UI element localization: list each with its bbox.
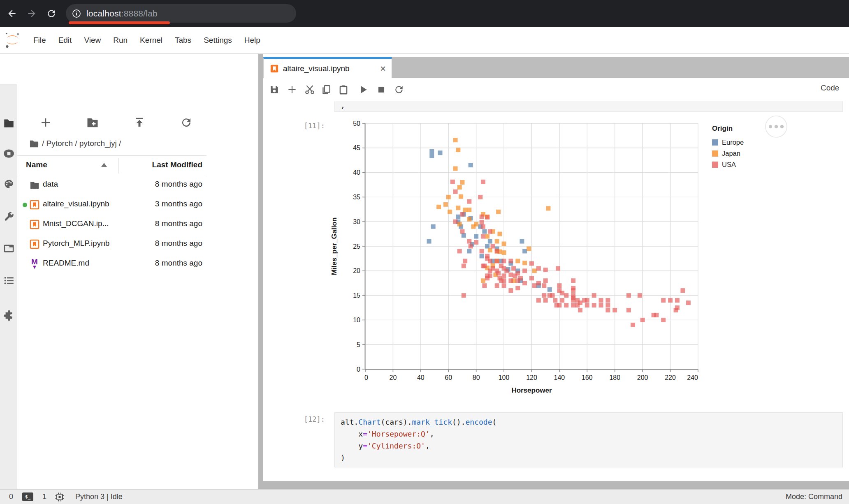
svg-text:60: 60 bbox=[445, 374, 452, 381]
svg-text:160: 160 bbox=[582, 374, 593, 381]
file-modified: 8 months ago bbox=[155, 239, 202, 248]
svg-text:45: 45 bbox=[353, 144, 360, 151]
kernel-chip-icon[interactable] bbox=[55, 492, 65, 502]
cell-prompt-12: [12]: bbox=[263, 415, 325, 423]
new-folder-icon[interactable] bbox=[86, 116, 99, 129]
restart-kernel-icon[interactable] bbox=[394, 84, 404, 95]
altair-chart-output: 0204060801001201401601802002202400510152… bbox=[327, 112, 809, 400]
file-browser-icon[interactable] bbox=[3, 118, 14, 129]
kernel-status[interactable]: Python 3 | Idle bbox=[75, 492, 123, 501]
save-icon[interactable] bbox=[269, 84, 280, 95]
svg-text:10: 10 bbox=[353, 317, 360, 324]
running-kernels-icon[interactable] bbox=[3, 148, 14, 159]
svg-text:180: 180 bbox=[609, 374, 620, 381]
reload-icon[interactable] bbox=[43, 5, 60, 22]
svg-text:100: 100 bbox=[499, 374, 510, 381]
cell-type-dropdown[interactable]: Code bbox=[821, 83, 839, 92]
svg-text:0: 0 bbox=[364, 374, 368, 381]
kernels-count[interactable]: 1 bbox=[42, 492, 46, 501]
file-modified: 8 months ago bbox=[155, 259, 202, 268]
svg-text:Miles_per_Gallon: Miles_per_Gallon bbox=[330, 217, 338, 275]
file-row[interactable]: M▼README.md8 months ago bbox=[17, 254, 206, 274]
cut-icon[interactable] bbox=[304, 84, 315, 95]
svg-text:40: 40 bbox=[417, 374, 424, 381]
svg-text:20: 20 bbox=[353, 267, 360, 274]
menu-view[interactable]: View bbox=[78, 36, 107, 45]
svg-text:120: 120 bbox=[526, 374, 537, 381]
menu-items: FileEditViewRunKernelTabsSettingsHelp bbox=[27, 36, 267, 45]
svg-text:30: 30 bbox=[353, 218, 360, 225]
menu-file[interactable]: File bbox=[27, 36, 52, 45]
stop-icon[interactable] bbox=[376, 84, 387, 95]
copy-icon[interactable] bbox=[321, 84, 332, 95]
svg-text:50: 50 bbox=[353, 120, 360, 127]
left-sidebar bbox=[0, 54, 17, 489]
svg-text:Europe: Europe bbox=[722, 139, 744, 146]
property-inspector-icon[interactable] bbox=[3, 211, 14, 222]
run-icon[interactable] bbox=[358, 84, 369, 95]
column-name[interactable]: Name bbox=[26, 160, 47, 169]
dock-bottom-edge bbox=[258, 481, 849, 489]
notebook-icon bbox=[270, 64, 279, 73]
file-row[interactable]: altaire_visual.ipynb3 months ago bbox=[17, 195, 206, 215]
info-icon[interactable] bbox=[72, 9, 81, 18]
code-cell-12[interactable]: alt.Chart(cars).mark_tick().encode( x='H… bbox=[334, 412, 843, 467]
tab-title: altaire_visual.ipynb bbox=[283, 64, 350, 73]
add-cell-icon[interactable] bbox=[287, 84, 297, 95]
menu-help[interactable]: Help bbox=[238, 36, 267, 45]
paste-icon[interactable] bbox=[338, 84, 349, 95]
file-name: README.md bbox=[43, 259, 89, 268]
dock-tab-bar: altaire_visual.ipynb × bbox=[263, 54, 849, 78]
code-line: y='Cylinders:O', bbox=[341, 440, 842, 452]
svg-text:200: 200 bbox=[637, 374, 648, 381]
column-last-modified[interactable]: Last Modified bbox=[152, 160, 202, 169]
table-of-contents-icon[interactable] bbox=[3, 275, 14, 286]
file-name: data bbox=[43, 180, 58, 189]
notebook-content: , [11]: 02040608010012014016018020022024… bbox=[263, 101, 849, 481]
file-modified: 3 months ago bbox=[155, 199, 202, 208]
upload-icon[interactable] bbox=[133, 116, 146, 129]
extension-manager-icon[interactable] bbox=[3, 310, 14, 321]
folder-icon bbox=[30, 180, 39, 190]
cell-prompt-11: [11]: bbox=[263, 122, 325, 130]
breadcrumb[interactable]: / Pytorch / pytorch_jyj / bbox=[30, 138, 121, 149]
code-line: x='Horsepower:Q', bbox=[341, 428, 842, 440]
file-row[interactable]: Pytorch_MLP.ipynb8 months ago bbox=[17, 234, 206, 254]
svg-text:5: 5 bbox=[357, 341, 360, 348]
open-tabs-icon[interactable] bbox=[3, 243, 14, 254]
file-row[interactable]: data8 months ago bbox=[17, 175, 206, 195]
notebook-icon bbox=[30, 220, 39, 229]
svg-text:240: 240 bbox=[687, 374, 698, 381]
notebook-icon bbox=[30, 239, 39, 249]
browser-chrome: localhost:8888/lab bbox=[0, 0, 849, 27]
file-list-header[interactable]: Name Last Modified bbox=[17, 155, 206, 175]
tab-altaire-visual[interactable]: altaire_visual.ipynb × bbox=[263, 57, 392, 78]
terminals-count[interactable]: 0 bbox=[9, 492, 13, 501]
menu-kernel[interactable]: Kernel bbox=[134, 36, 169, 45]
panel-divider[interactable] bbox=[258, 54, 263, 489]
sort-ascending-icon bbox=[101, 163, 107, 167]
terminal-icon[interactable]: $_ bbox=[22, 492, 33, 501]
menu-tabs[interactable]: Tabs bbox=[169, 36, 197, 45]
new-launcher-icon[interactable] bbox=[39, 116, 52, 129]
file-row[interactable]: Mnist_DCGAN.ip...8 months ago bbox=[17, 215, 206, 234]
notebook-icon bbox=[30, 200, 39, 210]
file-browser-panel: / Pytorch / pytorch_jyj / Name Last Modi… bbox=[17, 54, 258, 489]
svg-text:40: 40 bbox=[353, 169, 360, 176]
jupyterlab-window: localhost:8888/lab FileEditViewRunKernel… bbox=[0, 0, 849, 504]
code-cell-partial[interactable]: , bbox=[334, 101, 843, 112]
commands-palette-icon[interactable] bbox=[3, 178, 14, 190]
menu-run[interactable]: Run bbox=[107, 36, 134, 45]
svg-text:15: 15 bbox=[353, 292, 360, 299]
markdown-icon: M▼ bbox=[30, 259, 39, 269]
refresh-icon[interactable] bbox=[180, 116, 193, 129]
menu-edit[interactable]: Edit bbox=[52, 36, 78, 45]
close-icon[interactable]: × bbox=[380, 65, 386, 73]
jupyter-menubar: FileEditViewRunKernelTabsSettingsHelp bbox=[0, 27, 849, 54]
address-bar[interactable]: localhost:8888/lab bbox=[66, 4, 296, 23]
menu-settings[interactable]: Settings bbox=[197, 36, 238, 45]
file-name: Pytorch_MLP.ipynb bbox=[43, 239, 109, 248]
back-icon[interactable] bbox=[3, 5, 21, 22]
svg-text:USA: USA bbox=[722, 161, 736, 168]
forward-icon[interactable] bbox=[23, 5, 40, 22]
